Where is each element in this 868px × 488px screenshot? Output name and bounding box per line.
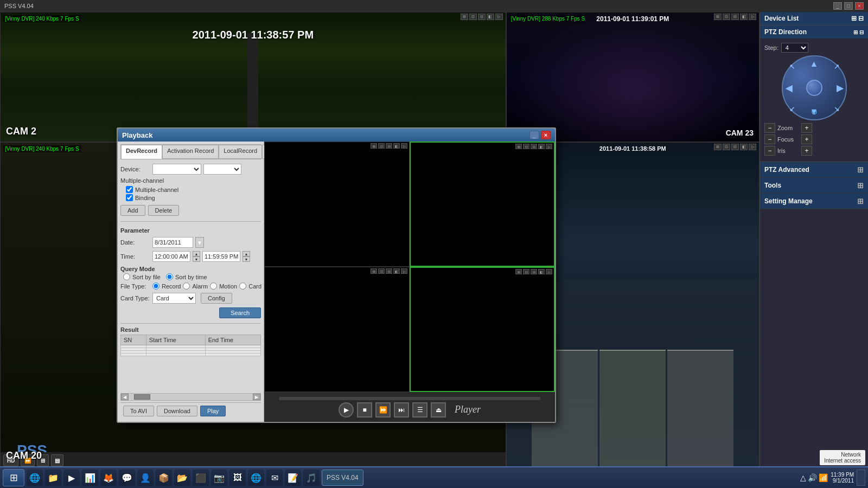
v-tl-btn-5[interactable]: ▷ (401, 143, 407, 149)
start-button[interactable]: ⊞ (3, 469, 24, 486)
taskbar-firefox-icon[interactable]: 🦊 (100, 470, 117, 486)
v-tl-btn-2[interactable]: ⊡ (378, 143, 385, 149)
time-start-down[interactable]: ▼ (193, 256, 200, 262)
v-br-btn-3[interactable]: ⊟ (531, 269, 537, 274)
v-tr-btn-2[interactable]: ⊡ (523, 144, 529, 149)
dialog-close-button[interactable]: × (541, 131, 551, 139)
ptz-upright-arrow[interactable]: ↗ (834, 63, 839, 70)
tray-network-icon[interactable]: 📶 (819, 473, 828, 482)
v-tr-btn-4[interactable]: ◧ (538, 144, 545, 149)
v-bl-btn-1[interactable]: ⊞ (371, 268, 377, 274)
cam-br-btn-4[interactable]: ◧ (740, 144, 748, 150)
device-list-icon-1[interactable]: ⊞ (851, 15, 857, 22)
cam-tb-btn-5[interactable]: ▷ (495, 14, 503, 20)
iris-minus-button[interactable]: − (764, 146, 775, 156)
taskbar-mail-icon[interactable]: ✉ (266, 470, 283, 486)
sort-by-file-radio[interactable] (123, 273, 130, 280)
ptz-right-arrow[interactable]: ▶ (837, 83, 843, 93)
config-button[interactable]: Config (201, 293, 232, 304)
ptz-advanced-item[interactable]: PTZ Advanced ⊞ (760, 162, 868, 178)
ptz-center[interactable] (806, 80, 822, 96)
play-button[interactable]: Play (200, 406, 226, 416)
maximize-button[interactable]: □ (844, 2, 853, 10)
device-select-2[interactable] (203, 164, 241, 175)
v-tr-btn-1[interactable]: ⊞ (515, 144, 522, 149)
multiple-channel-checkbox[interactable] (126, 186, 133, 193)
taskbar-person-icon[interactable]: 👤 (137, 470, 154, 486)
tab-activation-record[interactable]: Activation Record (162, 145, 219, 159)
download-button[interactable]: Download (157, 406, 197, 416)
taskbar-pss-app[interactable]: PSS V4.04 (322, 470, 363, 486)
taskbar-music-icon[interactable]: 🎵 (303, 470, 320, 486)
fast-forward-button[interactable]: ⏩ (375, 402, 391, 418)
zoom-plus-button[interactable]: + (801, 123, 812, 133)
card-radio[interactable] (239, 282, 246, 290)
ptz-up-arrow[interactable]: ▲ (810, 59, 819, 69)
v-tr-btn-5[interactable]: ▷ (546, 144, 552, 149)
v-bl-btn-5[interactable]: ▷ (401, 268, 407, 274)
cam-br-btn-1[interactable]: ⊞ (714, 144, 722, 150)
cam-br-btn-5[interactable]: ▷ (749, 144, 756, 150)
horizontal-scrollbar[interactable]: ◀ ▶ (120, 393, 261, 401)
scroll-thumb[interactable] (134, 394, 150, 400)
taskbar-photo-icon[interactable]: 🖼 (229, 470, 246, 486)
v-bl-btn-4[interactable]: ◧ (393, 268, 400, 274)
search-button[interactable]: Search (219, 307, 261, 318)
device-list-icon-2[interactable]: ⊟ (858, 15, 864, 22)
tray-icon-2[interactable]: 🔊 (808, 473, 817, 482)
taskbar-media-icon[interactable]: ▶ (63, 470, 80, 486)
eject-button[interactable]: ⏏ (431, 402, 446, 418)
cam-tb-btn-2[interactable]: ⊡ (469, 14, 477, 20)
taskbar-zip-icon[interactable]: 📦 (156, 470, 172, 486)
play-pause-button[interactable]: ▶ (339, 402, 354, 418)
v-br-btn-1[interactable]: ⊞ (515, 269, 522, 274)
stop-button[interactable]: ■ (357, 402, 372, 418)
cam-tr-btn-1[interactable]: ⊞ (714, 14, 722, 20)
time-end-input[interactable] (202, 251, 240, 262)
ptz-upleft-arrow[interactable]: ↖ (789, 63, 795, 70)
sort-by-time-radio[interactable] (166, 273, 173, 280)
layout-button[interactable]: ▤ (51, 454, 63, 466)
v-br-btn-5[interactable]: ▷ (546, 269, 552, 274)
video-cell-tr[interactable]: ⊞ ⊡ ⊟ ◧ ▷ (410, 142, 555, 267)
tools-item[interactable]: Tools ⊞ (760, 178, 868, 194)
scroll-right-btn[interactable]: ▶ (253, 394, 260, 400)
scroll-left-btn[interactable]: ◀ (121, 394, 129, 400)
step-select[interactable]: 4 1 2 3 5 (781, 43, 808, 53)
taskbar-word-icon[interactable]: 📝 (285, 470, 301, 486)
cam-br-btn-3[interactable]: ⊟ (731, 144, 739, 150)
video-cell-tl[interactable]: ⊞ ⊡ ⊟ ◧ ▷ (264, 142, 410, 267)
video-cell-br[interactable]: ⊞ ⊡ ⊟ ◧ ▷ (410, 267, 555, 392)
iris-plus-button[interactable]: + (801, 146, 812, 156)
record-radio[interactable] (152, 282, 159, 290)
ptz-left-arrow[interactable]: ◀ (786, 83, 792, 93)
taskbar-app2-icon[interactable]: 📊 (82, 470, 98, 486)
add-button[interactable]: Add (120, 205, 145, 216)
focus-plus-button[interactable]: + (801, 134, 812, 144)
device-select-1[interactable] (152, 164, 201, 175)
to-avi-button[interactable]: To AVI (123, 406, 154, 416)
taskbar-folder-icon[interactable]: 📁 (45, 470, 61, 486)
ptz-dir-icon-1[interactable]: ⊞ (853, 29, 858, 35)
v-bl-btn-3[interactable]: ⊟ (386, 268, 392, 274)
date-picker-button[interactable]: ▼ (195, 237, 204, 248)
taskbar-camera-icon[interactable]: 📷 (211, 470, 227, 486)
camera-top-right[interactable]: [Vinny DVR] 288 Kbps 7 Fps S 2011-09-01 … (506, 12, 760, 142)
card-type-select[interactable]: Card (152, 293, 196, 304)
camera-top-left[interactable]: [Vinny DVR] 240 Kbps 7 Fps S 2011-09-01 … (0, 12, 506, 142)
cam-tb-btn-1[interactable]: ⊞ (461, 14, 468, 20)
ptz-dir-icon-2[interactable]: ⊟ (859, 29, 864, 35)
step-forward-button[interactable]: ⏭ (394, 402, 409, 418)
ptz-downleft-arrow[interactable]: ↙ (789, 105, 795, 113)
binding-checkbox[interactable] (126, 194, 133, 201)
cam-tr-btn-2[interactable]: ⊡ (723, 14, 730, 20)
cam-tr-btn-5[interactable]: ▷ (749, 14, 756, 20)
taskbar-skype-icon[interactable]: 💬 (119, 470, 135, 486)
minimize-button[interactable]: _ (833, 2, 842, 10)
tab-localrecord[interactable]: LocalRecord (219, 145, 262, 159)
time-end-up[interactable]: ▲ (242, 251, 250, 256)
dialog-min-button[interactable]: _ (529, 131, 539, 139)
show-desktop-button[interactable] (857, 470, 865, 486)
result-row-4[interactable] (121, 354, 261, 356)
close-button[interactable]: × (855, 2, 864, 10)
